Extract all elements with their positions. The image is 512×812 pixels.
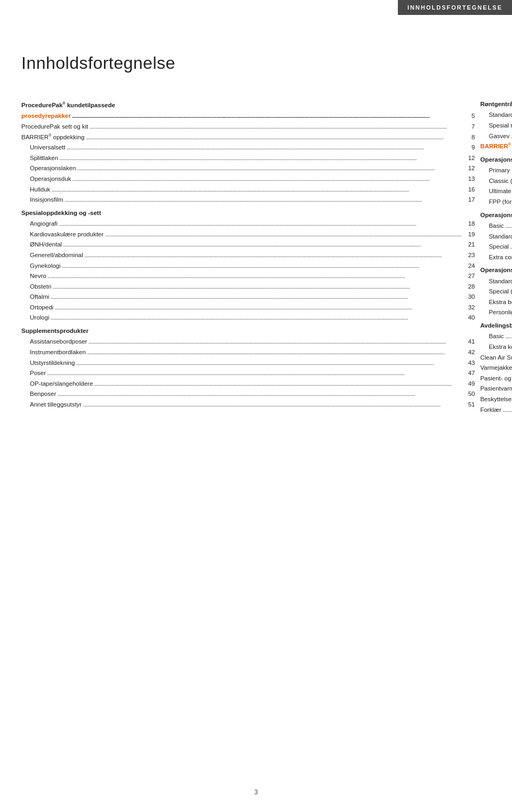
subsection-header: Operasjonsfrakker [480,155,512,164]
toc-label: Kardiovaskulære produkter [30,229,462,240]
toc-label: Ortopedi [30,302,462,313]
subsection-header: Røntgentrådprodukter [480,99,512,109]
toc-num: 12 [464,153,475,163]
list-item: Hullduk 16 [21,185,475,195]
list-item: Benposer 50 [21,389,475,399]
toc-num: 23 [464,250,475,260]
toc-num: 16 [464,185,475,194]
list-item: Standard (klasse II) 67 [480,276,512,286]
toc-num: 9 [464,142,475,152]
list-item: Generell/abdominal 23 [21,250,475,260]
toc-num: 42 [464,347,475,357]
header-bar: INNHOLDSFORTEGNELSE [398,0,512,15]
subsection-header: Operasjonsmunnbind [480,265,512,275]
toc-label: Varmejakke [480,363,512,373]
toc-label: Forklær [480,405,512,415]
list-item: Gasvev 54 [480,131,512,141]
toc-num: 17 [464,195,475,204]
toc-label: Gasvev [489,131,512,141]
list-item: ØNH/dental 21 [21,240,475,250]
list-item: Clean Air Suit 80 [480,353,512,363]
toc-num: 28 [464,282,475,291]
list-item: Extra comfort 65 [480,252,512,262]
toc-label: Insisjonsfilm [30,195,462,205]
toc-label: Clean Air Suit [480,353,512,363]
toc-label: Operasjonslaken [30,163,462,173]
list-item: Oftalmi 30 [21,292,475,302]
subsection-header: Supplementsprodukter [21,326,475,336]
toc-label: prosedyrepakker [21,111,462,121]
toc-label: Pasientvarming [480,384,512,394]
toc-label: BARRIER® oppdekking [21,132,462,142]
toc-label: Personlig beskyttelse [489,307,512,317]
toc-label: Basic [489,221,512,231]
toc-num: 19 [464,229,475,239]
section-header-procedurepak: ProcedurePak® kundetilpassede [21,100,475,110]
list-item: BARRIER® oppdekking 8 [21,132,475,142]
toc-label: OP-tape/slangeholdere [30,379,462,389]
list-item: Varmejakke 81 [480,363,512,373]
list-item: Urologi 40 [21,313,475,323]
toc-label: Primary (SMS) [489,165,512,176]
list-item: Personlig beskyttelse 76 [480,307,512,317]
list-item: Nevro 27 [21,271,475,281]
toc-label: Standard (klasse II) [489,276,512,286]
list-item: Ortopedi 32 [21,302,475,313]
toc-num: 7 [464,122,475,131]
subsection-header: Spesialoppdekking og -sett [21,208,475,218]
toc-label: Classic (Spunlace NW) [489,176,512,186]
toc-label: Poser [30,368,462,378]
toc-label: Ultimate (SMS) [489,186,512,196]
list-item: Utstyrstildekning 43 [21,358,475,368]
list-item: Special (klasse II) 70 [480,286,512,297]
toc-label: Extra comfort [489,252,512,262]
toc-label: BARRIER® bekledning [480,141,512,152]
list-item: Beskyttelsesfrakk 86 [480,394,512,404]
toc-label: Generell/abdominal [30,250,462,260]
list-item: Poser 47 [21,368,475,378]
toc-label: Instrumentbordlaken [30,347,462,357]
list-item: Classic (Spunlace NW) 57 [480,176,512,186]
toc-label: Pasient- og besøksbekledning [480,373,512,384]
list-item: Obstetri 28 [21,282,475,292]
toc-num: 43 [464,358,475,368]
list-item: Basic 77 [480,331,512,341]
toc-num: 12 [464,163,475,173]
toc-label: Annet tilleggsutstyr [30,400,462,410]
toc-label: Hullduk [30,185,462,195]
list-item: Operasjonsduk 13 [21,174,475,184]
list-item: Ultimate (SMS) 58 [480,186,512,196]
page-title: Innholdsfortegnelse [21,53,175,73]
toc-label: Ekstra komfort [489,342,512,352]
header-title: INNHOLDSFORTEGNELSE [407,4,502,11]
list-item: Special 63 [480,242,512,252]
list-item: FPP (forsterket spunlace NW) 59 [480,197,512,207]
toc-label: ØNH/dental [30,240,462,250]
toc-label: Special (klasse II) [489,286,512,297]
toc-label: Spesial nonwoven [489,121,512,131]
toc-num: 21 [464,240,475,249]
toc-label: Gynekologi [30,261,462,271]
list-item: Primary (SMS) 56 [480,165,512,176]
toc-label: Assistansebordposer [30,337,462,347]
toc-num: 47 [464,368,475,378]
toc-label: Benposer [30,389,462,399]
toc-num: 49 [464,379,475,388]
list-item: Pasientvarming 84 [480,384,512,394]
toc-label: Operasjonsduk [30,174,462,184]
toc-column-mid: Røntgentrådprodukter Standard nonwoven 5… [480,96,512,415]
toc-label: Basic [489,331,512,341]
toc-label: Special [489,242,512,252]
list-item: Ekstra komfort 78 [480,342,512,352]
list-item: ProcedurePak sett og kit 7 [21,122,475,132]
toc-label: Standard nonwoven [489,110,512,120]
subsection-header: Operasjonsluer [480,210,512,220]
toc-label: Obstetri [30,282,462,292]
list-item: Instrumentbordlaken 42 [21,347,475,357]
toc-label: Urologi [30,313,462,323]
toc-label: Angiografi [30,219,462,229]
toc-num: 30 [464,292,475,301]
list-item: Standard nonwoven 52 [480,110,512,120]
toc-label: Ekstra beskyttelse (II R) [489,297,512,307]
toc-num: 50 [464,389,475,399]
